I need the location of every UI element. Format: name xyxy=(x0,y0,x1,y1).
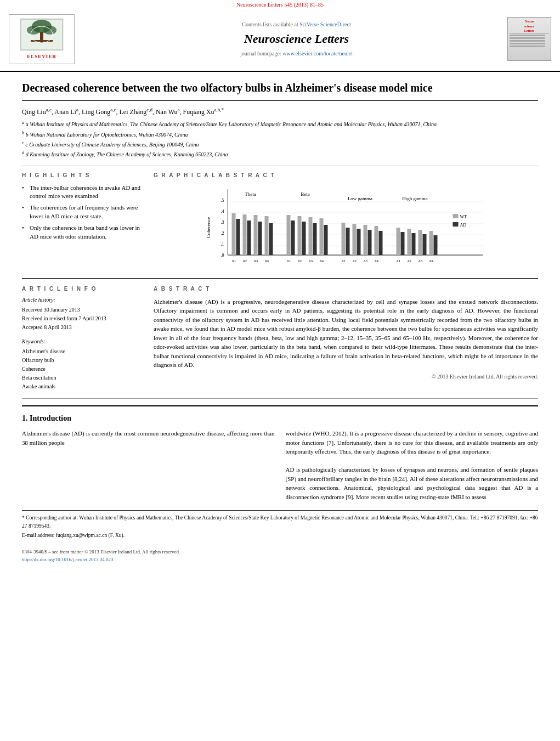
svg-text:#2: #2 xyxy=(298,259,302,263)
svg-text:#1: #1 xyxy=(232,259,236,263)
svg-rect-49 xyxy=(353,224,357,255)
affiliation-b: b b Wuhan National Laboratory for Optoel… xyxy=(22,130,538,139)
keyword-1: Alzheimer's disease xyxy=(22,348,143,355)
svg-text:#2: #2 xyxy=(353,259,357,263)
svg-rect-5 xyxy=(31,40,53,42)
section-divider xyxy=(22,398,538,399)
svg-rect-40 xyxy=(320,218,324,255)
article-info: A R T I C L E I N F O Article history: R… xyxy=(22,285,143,392)
abstract-section: A B S T R A C T Alzheimer's disease (AD)… xyxy=(154,285,538,392)
svg-rect-51 xyxy=(364,225,367,255)
article-info-header: A R T I C L E I N F O xyxy=(22,285,143,293)
history-accepted: Accepted 8 April 2013 xyxy=(22,324,143,331)
abstract-copyright: © 2013 Elsevier Ireland Ltd. All rights … xyxy=(154,373,538,381)
elsevier-logo: ELSEVIER xyxy=(9,14,75,64)
coherence-chart: .0 .1 .2 .3 .4 .5 Coherence xyxy=(154,184,538,271)
elsevier-label: ELSEVIER xyxy=(27,53,56,60)
svg-rect-47 xyxy=(342,223,346,255)
svg-text:#3: #3 xyxy=(309,259,313,263)
footnote-email: E-mail address: fuqiang.xu@wipm.ac.cn (F… xyxy=(22,531,538,539)
svg-rect-37 xyxy=(302,222,306,255)
journal-header: Neuroscience Letters 545 (2013) 81–85 EL… xyxy=(0,0,560,72)
svg-rect-39 xyxy=(313,223,317,255)
svg-text:Coherence: Coherence xyxy=(206,217,211,237)
svg-rect-25 xyxy=(254,215,258,255)
svg-rect-41 xyxy=(324,225,328,255)
svg-rect-61 xyxy=(401,232,405,255)
footnotes: * Corresponding author at: Wuhan Institu… xyxy=(22,510,538,539)
svg-rect-22 xyxy=(236,219,240,255)
affiliations: a a Wuhan Institute of Physics and Mathe… xyxy=(22,120,538,166)
svg-text:Low gamma: Low gamma xyxy=(348,196,372,201)
svg-rect-62 xyxy=(408,229,411,255)
keyword-3: Coherence xyxy=(22,365,143,373)
svg-rect-50 xyxy=(357,229,361,255)
svg-rect-28 xyxy=(269,223,273,255)
svg-rect-52 xyxy=(368,230,372,255)
svg-text:.1: .1 xyxy=(221,242,224,247)
keyword-5: Awake animals xyxy=(22,383,143,391)
svg-text:#2: #2 xyxy=(408,259,412,263)
svg-rect-36 xyxy=(298,216,302,255)
page-footer: 0304-3940/$ – see front matter © 2013 El… xyxy=(22,548,538,564)
history-received: Received 30 January 2013 xyxy=(22,306,143,314)
intro-two-col: Alzheimer's disease (AD) is currently th… xyxy=(22,429,538,501)
svg-rect-66 xyxy=(429,231,433,255)
homepage-line: journal homepage: www.elsevier.com/locat… xyxy=(86,50,507,58)
highlight-item-3: Only the coherence in beta band was lowe… xyxy=(22,224,143,241)
keywords-label: Keywords: xyxy=(22,338,143,346)
chart-area: .0 .1 .2 .3 .4 .5 Coherence xyxy=(154,184,538,271)
svg-text:#4: #4 xyxy=(265,259,269,263)
footer-doi: http://dx.doi.org/10.1016/j.neulet.2013.… xyxy=(22,556,538,563)
svg-text:.5: .5 xyxy=(221,198,224,203)
contents-line: Contents lists available at SciVerse Sci… xyxy=(86,21,507,29)
journal-header-main: ELSEVIER Contents lists available at Sci… xyxy=(0,10,560,69)
svg-text:Theta: Theta xyxy=(245,191,256,197)
svg-point-2 xyxy=(27,26,40,35)
keywords-section: Keywords: Alzheimer's disease Olfactory … xyxy=(22,338,143,391)
abstract-header: A B S T R A C T xyxy=(154,285,538,293)
svg-rect-60 xyxy=(397,228,400,255)
highlight-item-1: The inter-bulbar coherences in awake AD … xyxy=(22,184,143,201)
graphical-abstract-header: G R A P H I C A L A B S T R A C T xyxy=(154,172,538,179)
svg-rect-35 xyxy=(291,220,295,255)
authors-line: Qing Liua,c, Anan Lia, Ling Gonga,c, Lei… xyxy=(22,106,538,117)
homepage-url[interactable]: www.elsevier.com/locate/neulet xyxy=(282,50,353,56)
highlights-section: H I G H L I G H T S The inter-bulbar coh… xyxy=(22,172,143,271)
svg-text:WT: WT xyxy=(460,214,467,219)
abstract-text: Alzheimer's disease (AD) is a progressiv… xyxy=(154,297,538,370)
svg-rect-75 xyxy=(453,222,459,227)
article-info-abstract-row: A R T I C L E I N F O Article history: R… xyxy=(22,278,538,392)
affiliation-d: d d Kunming Institute of Zoology, The Ch… xyxy=(22,150,538,159)
svg-text:AD: AD xyxy=(460,223,467,228)
svg-rect-65 xyxy=(423,234,427,255)
svg-rect-26 xyxy=(258,222,262,255)
svg-text:#2: #2 xyxy=(243,259,247,263)
journal-thumbnail: NeuroscienceLetters xyxy=(507,17,551,61)
svg-rect-4 xyxy=(40,32,43,43)
article-container: Decreased coherence between the two olfa… xyxy=(0,72,560,573)
svg-rect-67 xyxy=(434,235,438,255)
svg-rect-53 xyxy=(375,226,378,255)
affiliation-c: c c Graduate University of Chinese Acade… xyxy=(22,140,538,149)
svg-text:#4: #4 xyxy=(429,259,434,263)
svg-rect-27 xyxy=(265,216,269,255)
svg-rect-73 xyxy=(453,214,459,218)
journal-title-center: Contents lists available at SciVerse Sci… xyxy=(86,21,507,58)
svg-rect-64 xyxy=(418,230,422,255)
article-history-label: Article history: xyxy=(22,296,143,304)
svg-point-3 xyxy=(43,26,56,35)
svg-point-1 xyxy=(32,20,52,33)
journal-issue: Neuroscience Letters 545 (2013) 81–85 xyxy=(0,0,560,10)
footer-doi-link[interactable]: http://dx.doi.org/10.1016/j.neulet.2013.… xyxy=(22,557,114,562)
svg-text:#3: #3 xyxy=(364,259,368,263)
keyword-2: Olfactory bulb xyxy=(22,357,143,364)
journal-title: Neuroscience Letters xyxy=(86,31,507,48)
svg-text:#1: #1 xyxy=(397,259,401,263)
highlight-item-2: The coherences for all frequency bands w… xyxy=(22,203,143,220)
svg-text:#3: #3 xyxy=(418,259,423,263)
sciverse-link[interactable]: SciVerse ScienceDirect xyxy=(299,21,351,27)
affiliation-a: a a Wuhan Institute of Physics and Mathe… xyxy=(22,120,538,128)
svg-text:.4: .4 xyxy=(221,209,224,214)
svg-text:.0: .0 xyxy=(221,253,224,258)
